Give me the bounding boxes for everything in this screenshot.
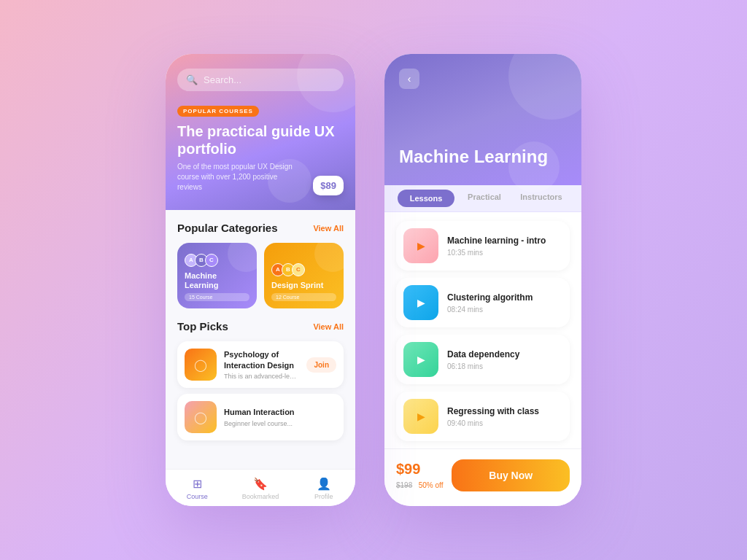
- lesson-thumb-1: ▶: [403, 228, 438, 263]
- lesson-item-1[interactable]: ▶ Machine learning - intro 10:35 mins: [396, 221, 570, 271]
- nav-course[interactable]: ⊞ Course: [166, 477, 229, 500]
- lesson-item-4[interactable]: ▶ Regressing with class 09:40 mins: [396, 392, 570, 441]
- pick-thumb-2: ◯: [185, 401, 217, 433]
- nav-course-label: Course: [187, 493, 208, 500]
- phone-left: 🔍 Search... POPULAR COURSES The practica…: [166, 54, 355, 506]
- pick-desc-1: This is an advanced-level...: [224, 373, 299, 380]
- nav-profile[interactable]: 👤 Profile: [292, 477, 355, 500]
- pick-info-1: Psychology of Interaction Design This is…: [224, 349, 299, 380]
- nav-bookmarked[interactable]: 🔖 Bookmarked: [229, 477, 293, 500]
- search-bar[interactable]: 🔍 Search...: [177, 69, 344, 91]
- lesson-info-2: Clustering algorithm 08:24 mins: [447, 292, 562, 314]
- category-card-ds[interactable]: A B C Design Sprint 12 Course: [264, 243, 344, 308]
- nav-profile-label: Profile: [314, 493, 333, 500]
- right-header: ‹ Machine Learning: [384, 54, 581, 185]
- left-header: 🔍 Search... POPULAR COURSES The practica…: [166, 54, 355, 210]
- lesson-title-3: Data dependency: [447, 349, 562, 359]
- lesson-info-4: Regressing with class 09:40 mins: [447, 406, 562, 427]
- search-input[interactable]: Search...: [204, 74, 241, 85]
- right-footer: $99 $198 50% off Buy Now: [384, 448, 581, 506]
- ml-course-count: 15 Course: [185, 293, 249, 301]
- play-icon-2: ▶: [417, 297, 425, 308]
- toppicks-header: Top Picks View All: [177, 320, 344, 332]
- toppicks-title: Top Picks: [177, 320, 228, 332]
- lesson-duration-3: 06:18 mins: [447, 362, 562, 370]
- pick-info-2: Human Interaction Beginner level course.…: [224, 407, 336, 427]
- categories-row: A B C Machine Learning 15 Course A B C D…: [177, 243, 344, 308]
- nav-bookmarked-label: Bookmarked: [242, 493, 279, 500]
- lesson-item-3[interactable]: ▶ Data dependency 06:18 mins: [396, 335, 570, 384]
- price-original: $198: [396, 481, 412, 489]
- search-icon: 🔍: [186, 74, 198, 85]
- ds-category-name: Design Sprint: [271, 281, 336, 290]
- course-icon: ⊞: [193, 477, 202, 491]
- lessons-list: ▶ Machine learning - intro 10:35 mins ▶ …: [384, 212, 581, 448]
- phones-container: 🔍 Search... POPULAR COURSES The practica…: [166, 54, 581, 506]
- tab-instructors[interactable]: Instructors: [513, 185, 570, 211]
- hero-price: $89: [313, 176, 344, 195]
- ml-category-name: Machine Learning: [185, 271, 249, 290]
- left-body: Popular Categories View All A B C Machin…: [166, 210, 355, 469]
- categories-header: Popular Categories View All: [177, 222, 344, 234]
- lesson-thumb-3: ▶: [403, 342, 438, 377]
- lesson-title-1: Machine learning - intro: [447, 236, 562, 246]
- lesson-title-2: Clustering algorithm: [447, 292, 562, 303]
- lesson-duration-2: 08:24 mins: [447, 306, 562, 314]
- lesson-thumb-4: ▶: [403, 399, 438, 434]
- pick-title-1: Psychology of Interaction Design: [224, 349, 299, 370]
- tab-practical[interactable]: Practical: [456, 185, 513, 211]
- category-card-ml[interactable]: A B C Machine Learning 15 Course: [177, 243, 257, 308]
- lesson-duration-4: 09:40 mins: [447, 419, 562, 427]
- lesson-item-2[interactable]: ▶ Clustering algorithm 08:24 mins: [396, 278, 570, 327]
- lesson-duration-1: 10:35 mins: [447, 249, 562, 257]
- ds-course-count: 12 Course: [271, 293, 336, 301]
- lesson-info-3: Data dependency 06:18 mins: [447, 349, 562, 370]
- ml-avatars: A B C: [185, 254, 249, 267]
- price-meta: $198 50% off: [396, 478, 443, 491]
- bottom-nav: ⊞ Course 🔖 Bookmarked 👤 Profile: [166, 469, 355, 506]
- categories-view-all[interactable]: View All: [313, 224, 344, 233]
- price-current: $99: [396, 461, 443, 478]
- tab-lessons[interactable]: Lessons: [398, 190, 454, 207]
- ds-avatars: A B C: [271, 263, 336, 276]
- pick-desc-2: Beginner level course...: [224, 420, 336, 427]
- tabs-row: Lessons Practical Instructors: [384, 185, 581, 212]
- hero-description: One of the most popular UX Design course…: [177, 162, 294, 192]
- pick-item-1[interactable]: ◯ Psychology of Interaction Design This …: [177, 341, 344, 388]
- price-discount: 50% off: [419, 481, 444, 489]
- play-icon-3: ▶: [417, 354, 425, 365]
- course-title: Machine Learning: [399, 147, 567, 168]
- bookmark-icon: 🔖: [253, 477, 268, 491]
- pick-item-2[interactable]: ◯ Human Interaction Beginner level cours…: [177, 394, 344, 440]
- hero-title: The practical guide UX portfolio: [177, 122, 344, 158]
- lesson-thumb-2: ▶: [403, 285, 438, 320]
- categories-title: Popular Categories: [177, 222, 278, 234]
- back-button[interactable]: ‹: [399, 69, 419, 89]
- pick-title-2: Human Interaction: [224, 407, 336, 417]
- play-icon-1: ▶: [417, 240, 425, 252]
- price-block: $99 $198 50% off: [396, 461, 443, 491]
- phone-right: ‹ Machine Learning Lessons Practical Ins…: [384, 54, 581, 506]
- avatar-6: C: [292, 263, 305, 276]
- popular-badge: POPULAR COURSES: [177, 106, 259, 117]
- lesson-info-1: Machine learning - intro 10:35 mins: [447, 236, 562, 257]
- lesson-title-4: Regressing with class: [447, 406, 562, 416]
- avatar-3: C: [205, 254, 218, 267]
- pick-thumb-1: ◯: [185, 349, 217, 381]
- profile-icon: 👤: [317, 477, 331, 491]
- play-icon-4: ▶: [417, 411, 425, 422]
- join-btn-1[interactable]: Join: [306, 357, 336, 373]
- buy-now-button[interactable]: Buy Now: [452, 459, 570, 491]
- toppicks-view-all[interactable]: View All: [313, 322, 344, 331]
